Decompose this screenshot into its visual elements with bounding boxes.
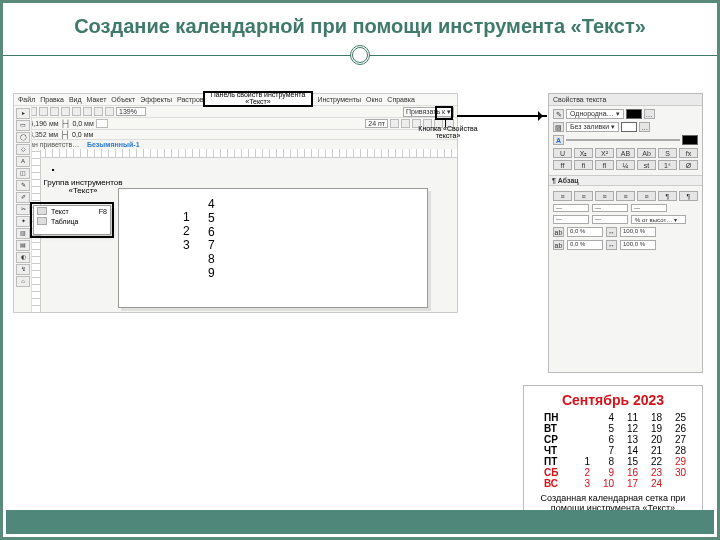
calendar-cell: 25 (666, 412, 688, 423)
zoom-field[interactable]: 139% (116, 107, 146, 116)
tool-button[interactable]: ▤ (16, 240, 30, 251)
opt3-icon[interactable]: fl (595, 160, 614, 170)
tool-button[interactable]: ◇ (16, 144, 30, 155)
toolbar-property: X: 25,196 мм ├┤ 0,0 мм 24 пт (14, 118, 457, 130)
paste-icon[interactable] (83, 107, 92, 116)
menu-item[interactable]: Эффекты (140, 96, 172, 103)
kern2-icon[interactable]: ab (553, 240, 564, 250)
font-color-swatch[interactable] (682, 135, 698, 145)
opt1-icon[interactable]: ff (553, 160, 572, 170)
fill-icon[interactable]: ▨ (553, 122, 564, 132)
fx-icon[interactable]: fx (679, 148, 698, 158)
kern-icon[interactable]: ab (553, 227, 564, 237)
menu-item[interactable]: Макет (87, 96, 107, 103)
indent-first[interactable]: — (631, 204, 667, 212)
more-icon[interactable]: … (644, 109, 655, 119)
menu-item[interactable]: Справка (387, 96, 414, 103)
tool-button[interactable]: ▥ (16, 228, 30, 239)
lock-icon[interactable] (96, 119, 108, 128)
kern-val[interactable]: 0,0 % (567, 227, 603, 237)
align-left-icon[interactable]: ≡ (553, 191, 572, 201)
strike-icon[interactable]: S (658, 148, 677, 158)
flyout-item-table[interactable]: Таблица (34, 216, 110, 226)
space-before[interactable]: — (553, 215, 589, 224)
menu-item[interactable]: Вид (69, 96, 82, 103)
sup-icon[interactable]: X² (595, 148, 614, 158)
tool-button[interactable]: ◐ (16, 252, 30, 263)
tool-button[interactable]: ▸ (16, 108, 30, 119)
track-val[interactable]: 100,0 % (620, 227, 656, 237)
caps-icon[interactable]: AB (616, 148, 635, 158)
tool-button[interactable]: ◫ (16, 168, 30, 179)
align-center-icon[interactable]: ≡ (574, 191, 593, 201)
print-icon[interactable] (50, 107, 59, 116)
tool-button[interactable]: ✂ (16, 204, 30, 215)
kern2-val[interactable]: 0,0 % (567, 240, 603, 250)
flyout-item-text[interactable]: Текст F8 (34, 206, 110, 216)
calendar-cell: 5 (594, 423, 616, 434)
copy-icon[interactable] (72, 107, 81, 116)
tool-button[interactable]: ↯ (16, 264, 30, 275)
save-icon[interactable] (39, 107, 48, 116)
align-right-icon[interactable]: ≡ (595, 191, 614, 201)
line-height-mode[interactable]: % от высот… ▾ (631, 215, 686, 224)
tool-button[interactable]: ✎ (16, 180, 30, 191)
bold-icon[interactable] (390, 119, 399, 128)
tool-button[interactable]: ⌂ (16, 276, 30, 287)
indent-left[interactable]: — (553, 204, 589, 212)
space-after[interactable]: — (592, 215, 628, 224)
indent-right[interactable]: — (592, 204, 628, 212)
ltr-icon[interactable]: ¶ (679, 191, 698, 201)
textprops-callout-label: Кнопка «Свойства текста» (413, 125, 483, 140)
align-justify-icon[interactable]: ≡ (616, 191, 635, 201)
calendar-cell (570, 412, 592, 423)
outline-swatch[interactable] (626, 109, 642, 119)
calendar-day-label: ВТ (538, 423, 568, 434)
calendar-cell: 16 (618, 467, 640, 478)
redo-icon[interactable] (105, 107, 114, 116)
font-dropdown[interactable] (566, 139, 680, 141)
outline-dropdown[interactable]: Однородна… ▾ (566, 109, 624, 119)
tool-button[interactable]: A (16, 156, 30, 167)
cut-icon[interactable] (61, 107, 70, 116)
opt6-icon[interactable]: 1ˢ (658, 160, 677, 170)
fontsize-field[interactable]: 24 пт (365, 119, 388, 128)
opt7-icon[interactable]: Ø (679, 160, 698, 170)
calendar-cell: 12 (618, 423, 640, 434)
menu-item[interactable]: Окно (366, 96, 382, 103)
track2-icon[interactable]: ↔ (606, 240, 617, 250)
char-section-icon: A (553, 135, 564, 145)
tool-button[interactable]: ▭ (16, 120, 30, 131)
opt4-icon[interactable]: ¼ (616, 160, 635, 170)
outline-icon[interactable]: ✎ (553, 109, 564, 119)
panel-title: Свойства текста (549, 94, 702, 106)
align-full-icon[interactable]: ≡ (637, 191, 656, 201)
italic-icon[interactable] (401, 119, 410, 128)
opt2-icon[interactable]: fi (574, 160, 593, 170)
opt5-icon[interactable]: st (637, 160, 656, 170)
calendar-cell: 4 (594, 412, 616, 423)
undo-icon[interactable] (94, 107, 103, 116)
rtl-icon[interactable]: ¶ (658, 191, 677, 201)
menu-item[interactable]: Файл (18, 96, 35, 103)
more2-icon[interactable]: … (639, 122, 650, 132)
menu-item[interactable]: Объект (111, 96, 135, 103)
track2-val[interactable]: 100,0 % (620, 240, 656, 250)
tool-button[interactable]: ✐ (16, 192, 30, 203)
tool-button[interactable]: ✦ (16, 216, 30, 227)
propbar-callout-label: Панель свойств инструмента «Текст» (208, 91, 308, 105)
flyout-caption: Группа инструментов «Текст» (33, 179, 133, 196)
underline-opt-icon[interactable]: U (553, 148, 572, 158)
calendar-cell (666, 478, 688, 489)
doc-tab[interactable]: Безымянный-1 (87, 141, 140, 148)
calendar-cell: 7 (594, 445, 616, 456)
fill-dropdown[interactable]: Без заливки ▾ (566, 122, 619, 132)
sub-icon[interactable]: X₂ (574, 148, 593, 158)
fill-swatch[interactable] (621, 122, 637, 132)
track-icon[interactable]: ↔ (606, 227, 617, 237)
menu-item[interactable]: Правка (40, 96, 64, 103)
smallcaps-icon[interactable]: Ab (637, 148, 656, 158)
paragraph-section: ¶ Абзац (549, 175, 702, 186)
menu-item[interactable]: Инструменты (317, 96, 361, 103)
tool-button[interactable]: ◯ (16, 132, 30, 143)
